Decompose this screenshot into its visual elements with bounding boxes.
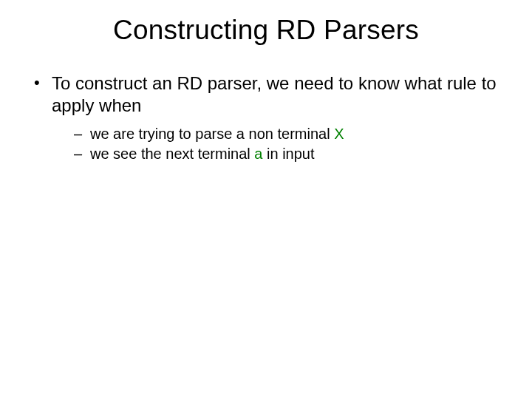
sub-text: in input xyxy=(262,146,314,162)
bullet-item: To construct an RD parser, we need to kn… xyxy=(30,72,510,164)
slide-title: Constructing RD Parsers xyxy=(22,15,510,46)
sub-list: we are trying to parse a non terminal X … xyxy=(52,124,510,164)
sub-text: we are trying to parse a non terminal xyxy=(90,126,334,142)
sub-item: we see the next terminal a in input xyxy=(74,144,510,164)
bullet-list: To construct an RD parser, we need to kn… xyxy=(22,72,510,164)
terminal-a: a xyxy=(254,146,262,162)
nonterminal-x: X xyxy=(334,126,344,142)
sub-item: we are trying to parse a non terminal X xyxy=(74,124,510,144)
slide: Constructing RD Parsers To construct an … xyxy=(0,0,532,399)
bullet-text: To construct an RD parser, we need to kn… xyxy=(52,73,497,115)
sub-text: we see the next terminal xyxy=(90,146,254,162)
